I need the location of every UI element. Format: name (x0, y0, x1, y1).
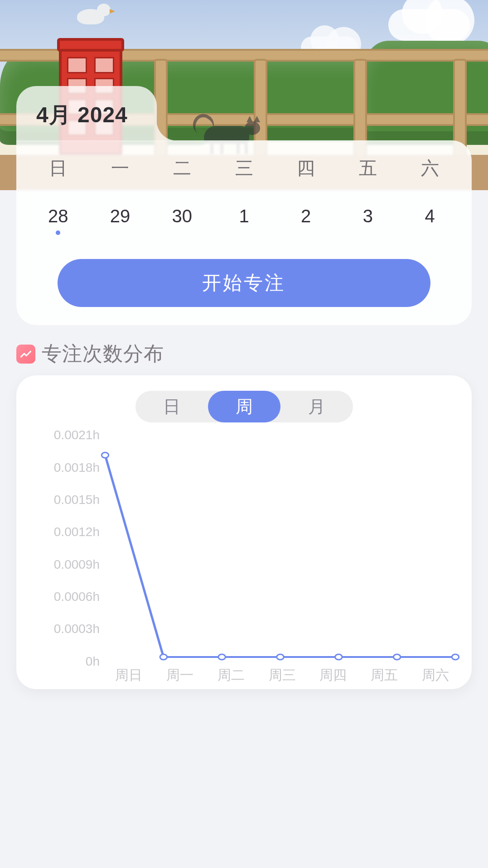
weekday-cell: 一 (89, 156, 151, 181)
day-cell[interactable]: 28 (27, 206, 89, 226)
chart-y-tick: 0.0015h (27, 493, 100, 507)
svg-point-2 (218, 654, 225, 660)
day-number: 30 (172, 206, 193, 226)
range-tab[interactable]: 月 (280, 391, 353, 422)
focus-chart-card: 日周月 0.0021h0.0018h0.0015h0.0012h0.0009h0… (16, 375, 472, 689)
day-cell[interactable]: 3 (337, 206, 399, 226)
chart-x-label: 周二 (205, 666, 256, 685)
chart-x-label: 周日 (103, 666, 155, 685)
chart-y-tick: 0.0003h (27, 622, 100, 636)
chart-y-tick: 0.0006h (27, 590, 100, 604)
day-row: 2829301234 (27, 206, 461, 226)
chart-area: 0.0021h0.0018h0.0015h0.0012h0.0009h0.000… (27, 431, 463, 666)
svg-point-1 (160, 654, 167, 660)
range-segmented-control: 日周月 (135, 391, 353, 422)
day-number: 1 (239, 206, 249, 226)
svg-point-0 (101, 452, 108, 458)
selected-dot-icon (56, 230, 60, 235)
chart-y-tick: 0.0009h (27, 557, 100, 572)
chart-y-tick: 0.0021h (27, 428, 100, 442)
chart-y-tick: 0h (27, 654, 100, 669)
svg-point-3 (277, 654, 284, 660)
chart-x-label: 周一 (155, 666, 206, 685)
weekday-cell: 四 (275, 156, 337, 181)
weekday-cell: 五 (337, 156, 399, 181)
section-header: 专注次数分布 (0, 325, 488, 375)
weekday-header: 日 一 二 三 四 五 六 (27, 156, 461, 181)
chart-x-label: 周五 (359, 666, 410, 685)
chart-line-icon (16, 345, 35, 364)
weekday-cell: 二 (151, 156, 213, 181)
svg-point-4 (335, 654, 342, 660)
svg-point-5 (393, 654, 400, 660)
section-title-text: 专注次数分布 (42, 340, 164, 367)
day-cell[interactable]: 4 (399, 206, 461, 226)
day-number: 3 (363, 206, 373, 226)
day-cell[interactable]: 29 (89, 206, 151, 226)
chart-x-axis: 周日周一周二周三周四周五周六 (25, 666, 463, 685)
chart-x-label: 周三 (256, 666, 308, 685)
chart-plot (105, 435, 455, 662)
weekday-cell: 日 (27, 156, 89, 181)
chart-y-tick: 0.0018h (27, 460, 100, 475)
chart-x-label: 周四 (308, 666, 359, 685)
calendar-card: 4月 2024 日 一 二 三 四 五 六 2829301234 开始专注 (0, 86, 488, 325)
svg-point-6 (452, 654, 459, 660)
day-cell[interactable]: 30 (151, 206, 213, 226)
weekday-cell: 三 (213, 156, 275, 181)
day-cell[interactable]: 1 (213, 206, 275, 226)
day-number: 4 (425, 206, 435, 226)
day-cell[interactable]: 2 (275, 206, 337, 226)
month-label: 4月 2024 (36, 101, 128, 129)
chart-y-tick: 0.0012h (27, 525, 100, 539)
month-tab[interactable]: 4月 2024 (16, 86, 157, 140)
start-focus-button[interactable]: 开始专注 (58, 259, 430, 307)
chart-x-label: 周六 (410, 666, 461, 685)
day-number: 2 (301, 206, 311, 226)
weekday-cell: 六 (399, 156, 461, 181)
day-number: 28 (48, 206, 68, 226)
day-number: 29 (110, 206, 130, 226)
range-tab[interactable]: 日 (135, 391, 208, 422)
range-tab[interactable]: 周 (208, 391, 280, 422)
